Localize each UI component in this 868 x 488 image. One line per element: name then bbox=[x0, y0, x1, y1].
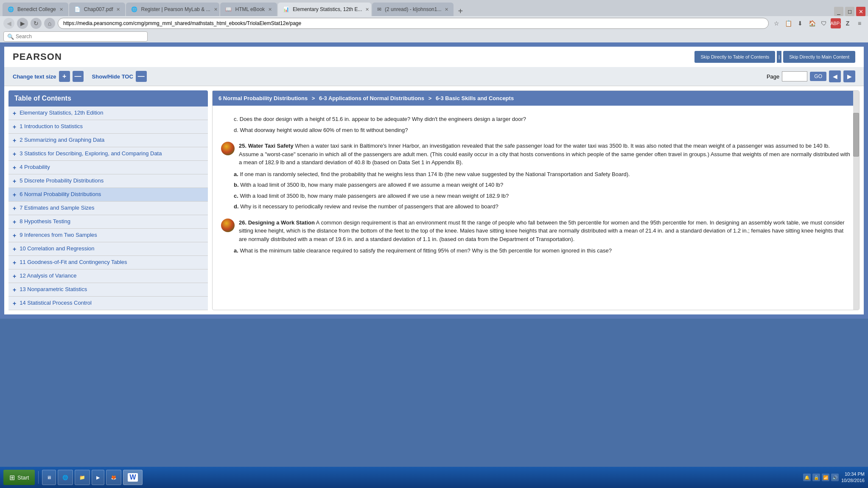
toc-expand-icon-ch7: + bbox=[13, 205, 16, 212]
menu-icon[interactable]: ≡ bbox=[854, 18, 865, 28]
q26a-letter: a. bbox=[234, 247, 238, 254]
go-button[interactable]: GO bbox=[810, 72, 826, 81]
toc-item-ch11[interactable]: + 11 Goodness-of-Fit and Contingency Tab… bbox=[8, 256, 208, 269]
q25-body: When a water taxi sank in Baltimore's In… bbox=[239, 143, 850, 165]
reload-button[interactable]: ↻ bbox=[31, 18, 42, 29]
tab-benedict[interactable]: 🌐 Benedict College ✕ bbox=[3, 3, 68, 16]
close-button[interactable]: ✕ bbox=[856, 7, 865, 16]
header-buttons: Skip Directly to Table of Contents | Ski… bbox=[694, 51, 855, 63]
taskbar-media[interactable]: ▶ bbox=[92, 470, 104, 485]
toc-item-ch13[interactable]: + 13 Nonparametric Statistics bbox=[8, 283, 208, 297]
toc-toggle-button[interactable]: — bbox=[136, 71, 147, 82]
prev-page-button[interactable]: ◀ bbox=[829, 70, 841, 82]
taskbar-firefox[interactable]: 🦊 bbox=[106, 470, 121, 485]
taskbar-explorer[interactable]: 🖥 bbox=[42, 470, 56, 485]
taskbar-word[interactable]: W bbox=[123, 470, 142, 485]
toc-ch3-label: 3 Statistics for Describing, Exploring, … bbox=[20, 150, 162, 157]
toc-item-ch12[interactable]: + 12 Analysis of Variance bbox=[8, 269, 208, 283]
content-body: c. Does the door design with a height of… bbox=[213, 106, 859, 264]
next-page-button[interactable]: ▶ bbox=[843, 70, 855, 82]
tab-html-ebook-close[interactable]: ✕ bbox=[268, 7, 272, 12]
back-button[interactable]: ◀ bbox=[3, 18, 14, 29]
q24c-letter: c. bbox=[234, 116, 238, 122]
address-input[interactable] bbox=[58, 18, 769, 29]
tab-html-ebook-label: HTML eBook bbox=[235, 6, 265, 12]
tab-pearson-register[interactable]: 🌐 Register | Pearson MyLab & ... ✕ bbox=[126, 3, 219, 16]
toc-item-ch14[interactable]: + 14 Statistical Process Control bbox=[8, 297, 208, 310]
scrollbar-thumb[interactable] bbox=[853, 113, 859, 157]
toc-expand-icon-ch9: + bbox=[13, 232, 16, 239]
home-button[interactable]: ⌂ bbox=[44, 18, 55, 29]
tab-html-ebook[interactable]: 📖 HTML eBook ✕ bbox=[220, 3, 277, 16]
maximize-button[interactable]: □ bbox=[845, 7, 854, 16]
start-button[interactable]: ⊞ Start bbox=[3, 470, 35, 485]
toc-expand-icon-ch5: + bbox=[13, 178, 16, 185]
house-icon[interactable]: 🏠 bbox=[807, 18, 817, 28]
toc-ch5-label: 5 Discrete Probability Distributions bbox=[20, 177, 104, 185]
scrollbar[interactable] bbox=[853, 91, 859, 310]
tab-pearson-close[interactable]: ✕ bbox=[214, 7, 218, 12]
skip-main-button[interactable]: Skip Directly to Main Content bbox=[783, 51, 855, 63]
tab-elem-stats-close[interactable]: ✕ bbox=[365, 7, 369, 12]
q25d-letter: d. bbox=[234, 203, 239, 210]
search-input[interactable] bbox=[16, 34, 134, 39]
toc-ch8-label: 8 Hypothesis Testing bbox=[20, 218, 70, 225]
adblock-icon[interactable]: ABP- bbox=[831, 18, 841, 28]
forward-button[interactable]: ▶ bbox=[17, 18, 28, 29]
toc-item-ch1[interactable]: + 1 Introduction to Statistics bbox=[8, 120, 208, 134]
breadcrumb-bar: 6 Normal Probability Distributions > 6-3… bbox=[213, 91, 859, 106]
tab-benedict-label: Benedict College bbox=[17, 6, 56, 12]
text-size-decrease-button[interactable]: — bbox=[73, 71, 84, 82]
toc-item-ch4[interactable]: + 4 Probability bbox=[8, 161, 208, 174]
toc-item-ch3[interactable]: + 3 Statistics for Describing, Exploring… bbox=[8, 147, 208, 161]
toc-expand-icon-ch3: + bbox=[13, 151, 16, 157]
main-layout: Table of Contents + Elementary Statistic… bbox=[4, 86, 864, 314]
skip-toc-button[interactable]: Skip Directly to Table of Contents bbox=[694, 51, 775, 63]
tab-email-close[interactable]: ✕ bbox=[445, 7, 448, 12]
page-label: Page bbox=[767, 73, 779, 80]
toc-ch1-label: 1 Introduction to Statistics bbox=[20, 123, 83, 130]
breadcrumb-part2[interactable]: 6-3 Applications of Normal Distributions bbox=[319, 95, 424, 101]
tab-pearson-label: Register | Pearson MyLab & ... bbox=[141, 6, 210, 12]
tab-elementary-stats[interactable]: 📊 Elementary Statistics, 12th E... ✕ bbox=[278, 3, 371, 16]
toc-item-elem-stats[interactable]: + Elementary Statistics, 12th Edition bbox=[8, 107, 208, 120]
question-25-header: 25. Water Taxi Safety When a water taxi … bbox=[221, 142, 851, 167]
toc-item-ch5[interactable]: + 5 Discrete Probability Distributions bbox=[8, 174, 208, 188]
pearson-header: PEARSON Skip Directly to Table of Conten… bbox=[4, 47, 864, 67]
toc-expand-icon-ch12: + bbox=[13, 273, 16, 280]
firefox-icon: 🦊 bbox=[111, 475, 117, 480]
toc-item-ch7[interactable]: + 7 Estimates and Sample Sizes bbox=[8, 202, 208, 215]
breadcrumb-part3[interactable]: 6-3 Basic Skills and Concepts bbox=[436, 95, 514, 101]
tab-email-icon: ✉ bbox=[377, 6, 381, 12]
toc-item-ch9[interactable]: + 9 Inferences from Two Samples bbox=[8, 229, 208, 242]
tab-benedict-close[interactable]: ✕ bbox=[59, 7, 63, 12]
question-24d: d. What doorway height would allow 60% o… bbox=[221, 126, 851, 135]
taskbar-ie[interactable]: 🌐 bbox=[58, 470, 73, 485]
toc-item-ch10[interactable]: + 10 Correlation and Regression bbox=[8, 242, 208, 256]
sys-icon-1: 🔔 bbox=[803, 474, 811, 481]
download-icon[interactable]: ⬇ bbox=[795, 18, 805, 28]
taskbar-files[interactable]: 📁 bbox=[75, 470, 90, 485]
z-icon[interactable]: Z bbox=[843, 18, 853, 28]
tab-chap007[interactable]: 📄 Chap007.pdf ✕ bbox=[69, 3, 126, 16]
new-tab-button[interactable]: + bbox=[454, 6, 466, 16]
tools-icon[interactable]: 📋 bbox=[783, 18, 793, 28]
toc-control: Show/Hide TOC — bbox=[92, 71, 147, 82]
toc-item-ch6[interactable]: + 6 Normal Probability Distributions bbox=[8, 188, 208, 202]
tab-chap007-close[interactable]: ✕ bbox=[116, 7, 120, 12]
bookmark-icon[interactable]: ☆ bbox=[771, 18, 781, 28]
clock-time: 10:34 PM bbox=[841, 471, 865, 477]
toc-item-ch8[interactable]: + 8 Hypothesis Testing bbox=[8, 215, 208, 229]
start-label: Start bbox=[17, 474, 29, 481]
system-icons: 🔔 🔒 📶 🔊 bbox=[803, 474, 839, 481]
q25d-text: Why is it necessary to periodically revi… bbox=[240, 203, 498, 210]
minimize-button[interactable]: _ bbox=[834, 7, 843, 16]
toc-item-ch2[interactable]: + 2 Summarizing and Graphing Data bbox=[8, 134, 208, 147]
text-size-increase-button[interactable]: + bbox=[59, 71, 70, 82]
shield-icon[interactable]: 🛡 bbox=[819, 18, 829, 28]
breadcrumb-part1[interactable]: 6 Normal Probability Distributions bbox=[218, 95, 308, 101]
page-number-input[interactable] bbox=[782, 71, 807, 81]
tab-pearson-icon: 🌐 bbox=[131, 6, 137, 12]
toc-expand-icon-ch2: + bbox=[13, 137, 16, 144]
tab-email[interactable]: ✉ (2 unread) - kljohnson1... ✕ bbox=[372, 3, 454, 16]
